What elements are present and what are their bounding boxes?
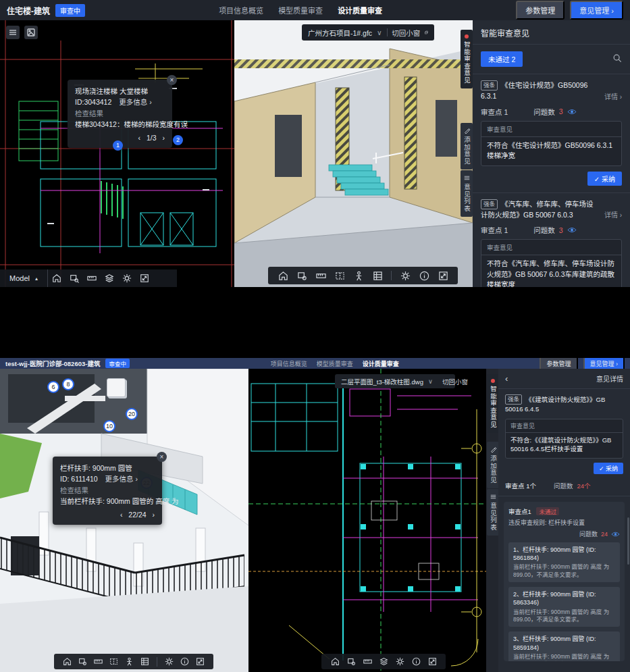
chevron-down-icon[interactable]: ∨ [377,28,382,36]
issue-item[interactable]: 3、栏杆扶手: 900mm 圆管 (ID: 5859184) 当前栏杆扶手: 9… [508,631,620,661]
info-icon[interactable] [415,271,434,281]
tab-project-info[interactable]: 项目信息概览 [271,359,307,368]
issue-marker[interactable]: 2 [173,135,183,145]
issue-marker[interactable]: 20 [126,408,138,420]
tab-design-quality[interactable]: 设计质量审查 [363,359,399,368]
drawing-file-selector[interactable]: 二层平面图_t3-梯改柱图.dwg ∨ 切回小窗 [335,374,455,388]
layers-icon[interactable] [375,657,392,666]
fullscreen-icon[interactable] [192,657,208,666]
settings-gear-icon[interactable] [118,274,136,283]
review-point: 审查点 1 [481,107,508,117]
detail-link[interactable]: 详情 › [604,92,622,102]
properties-table-icon[interactable] [368,271,387,281]
vtab-add-opinion[interactable]: 添加意见 [461,123,473,170]
pager-prev-icon[interactable]: ‹ [120,511,123,519]
box-select-icon[interactable] [65,274,83,283]
vtab-opinion-list[interactable]: 意见列表 [461,170,473,217]
close-icon[interactable]: × [167,75,177,85]
tab-project-info[interactable]: 项目信息概览 [219,5,263,16]
eye-icon[interactable] [567,227,577,233]
info-icon[interactable] [177,657,192,666]
section-box-icon[interactable] [106,657,122,666]
chevron-down-icon[interactable]: ∨ [428,378,433,385]
scrollbar-thumb[interactable] [627,517,629,565]
measure-icon[interactable] [90,657,106,666]
tab-model-quality[interactable]: 模型质量审查 [278,5,323,16]
cad-tooltip: × 现场浇注楼梯 大堂楼梯 ID:3043412 更多信息 › 检查结果 楼梯3… [68,80,172,148]
opinion-text[interactable]: 不符合《住宅设计规范》GB50096 6.3.1楼梯净宽 [481,137,621,165]
info-icon[interactable] [408,657,424,666]
eye-icon[interactable] [567,109,577,115]
search-icon[interactable] [612,53,622,66]
notification-dot [491,379,495,383]
model-3d-viewport[interactable]: 广州方石项目-1#.gfc ∨ 切回小窗 智能审查意见 添加意见 [234,20,473,287]
tab-model-quality[interactable]: 模型质量审查 [317,359,353,368]
detail-link[interactable]: 详情 › [604,210,622,220]
switch-window-icon[interactable] [425,28,428,36]
eye-icon[interactable] [611,532,620,537]
model-file-name: 广州方石项目-1#.gfc [308,28,372,38]
opinion-text[interactable]: 不符合《汽车库、修车库、停车场设计防火规范》GB 50067 6.0.3车库建筑… [481,255,621,287]
fullscreen-icon[interactable] [424,657,440,666]
issue-marker[interactable]: 8 [62,378,74,390]
issue-desc: 当前栏杆扶手: 900mm 圆管的 高度 为899.00，不满足条文要求。 [513,653,615,661]
fullscreen-icon[interactable] [136,274,153,283]
box-select-icon[interactable] [75,657,90,666]
review-point: 审查点 1 [481,225,508,235]
pager-next-icon[interactable]: › [153,511,155,519]
home-icon[interactable] [327,657,343,666]
settings-gear-icon[interactable] [161,657,177,666]
cad-viewport[interactable]: 二层平面图_t3-梯改柱图.dwg ∨ 切回小窗 [248,369,486,672]
more-info-link[interactable]: 更多信息 › [105,475,138,483]
section-box-icon[interactable] [330,271,349,281]
cad-snapshot-button[interactable] [24,26,38,39]
properties-table-icon[interactable] [137,657,153,666]
cad-viewport[interactable]: × 现场浇注楼梯 大堂楼梯 ID:3043412 更多信息 › 检查结果 楼梯3… [0,20,234,287]
model-3d-viewport[interactable]: 6 8 20 10 22 × 栏杆扶手: 900mm 圆管 ID: 611141… [0,369,248,672]
model-file-selector[interactable]: 广州方石项目-1#.gfc ∨ 切回小窗 [302,24,434,41]
settings-gear-icon[interactable] [392,657,408,666]
issues-label: 问题数 [533,107,555,117]
cad-layers-button[interactable] [6,26,20,39]
issue-marker[interactable]: 1 [113,140,123,151]
model-space-tab[interactable]: Model ▴ [0,269,48,287]
vtab-add-opinion[interactable]: 添加意见 [487,442,499,488]
pager-next-icon[interactable]: › [163,134,165,142]
home-icon[interactable] [59,657,75,666]
vtab-smart-review[interactable]: 智能审查意见 [487,374,499,433]
issue-marker[interactable]: 10 [103,420,115,432]
fullscreen-icon[interactable] [434,271,452,281]
box-select-icon[interactable] [292,271,311,281]
back-arrow-icon[interactable]: ‹ [505,374,508,383]
measure-icon[interactable] [83,274,101,283]
more-info-link[interactable]: 更多信息 › [119,98,151,106]
filter-chip-failed[interactable]: 未通过 2 [481,51,523,67]
params-manage-button[interactable]: 参数管理 [516,1,565,20]
issue-item[interactable]: 2、栏杆扶手: 900mm 圆管 (ID: 5863346) 当前栏杆扶手: 9… [508,587,620,627]
view-cube[interactable] [107,378,126,397]
tab-design-quality[interactable]: 设计质量审查 [338,5,382,16]
accept-button[interactable]: ✓ 采纳 [587,172,622,186]
walkthrough-person-icon[interactable] [122,657,137,666]
layers-icon[interactable] [101,274,118,283]
divider [391,271,392,280]
box-select-icon[interactable] [343,657,359,666]
measure-icon[interactable] [311,271,330,281]
switch-window-label[interactable]: 切回小窗 [392,28,420,38]
walkthrough-person-icon[interactable] [349,271,368,281]
issue-marker[interactable]: 6 [47,381,59,393]
status-badge: 审查中 [105,359,130,368]
vtab-opinion-list[interactable]: 意见列表 [487,489,499,536]
settings-gear-icon[interactable] [396,271,415,281]
vtab-smart-review[interactable]: 智能审查意见 [461,30,473,88]
opinion-manage-button[interactable]: 意见管理 › [570,1,623,20]
opinion-text[interactable]: 不符合:《《建筑设计防火规范》》GB 50016 6.4.5栏杆扶手设置 [506,433,623,459]
close-icon[interactable]: × [157,452,167,462]
accept-button[interactable]: ✓ 采纳 [594,463,623,474]
pager-prev-icon[interactable]: ‹ [138,134,141,142]
home-icon[interactable] [273,271,292,281]
issue-item[interactable]: 1、栏杆扶手: 900mm 圆管 (ID: 5861884) 当前栏杆扶手: 9… [508,542,620,582]
switch-window-label[interactable]: 切回小窗 [442,377,468,386]
home-icon[interactable] [48,274,65,283]
measure-icon[interactable] [359,657,375,666]
